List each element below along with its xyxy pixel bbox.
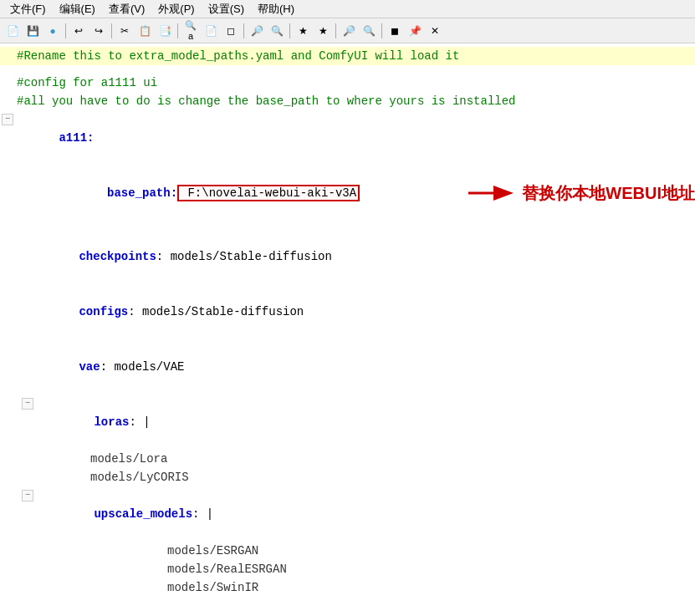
blank-2 <box>0 221 695 229</box>
toolbar-open[interactable]: ● <box>43 22 62 40</box>
toolbar-search[interactable]: 🔍a <box>181 22 200 40</box>
toolbar-sep6 <box>335 23 336 38</box>
toolbar-zoom2[interactable]: 🔍 <box>360 22 378 40</box>
swinir-content: models/SwinIR <box>167 578 695 597</box>
line-config: #config for a1111 ui <box>0 74 695 92</box>
toolbar-sep3 <box>177 23 178 38</box>
checkpoints-key: checkpoints <box>79 250 156 263</box>
toolbar: 📄 💾 ● ↩ ↪ ✂ 📋 📑 🔍a 📄 ◻ 🔎 🔍 ★ ★ 🔎 🔍 ◼ 📌 ✕ <box>0 18 695 43</box>
toolbar-undo[interactable]: ↩ <box>69 22 88 40</box>
line-1: #Rename this to extra_model_paths.yaml a… <box>0 47 695 65</box>
line-models-lora: models/Lora <box>0 450 695 468</box>
fold-a111[interactable]: − <box>2 114 13 125</box>
vae-key: vae <box>79 360 100 374</box>
line-configs-content: configs: models/Stable-diffusion <box>37 284 695 339</box>
line-loras: − loras: | <box>0 395 695 450</box>
base-path-key: base_path: <box>79 186 177 200</box>
toolbar-rect[interactable]: ◻ <box>222 22 240 40</box>
menu-help[interactable]: 帮助(H) <box>251 0 301 18</box>
menu-appearance[interactable]: 外观(P) <box>151 0 201 18</box>
line-upscale-content: upscale_models: | <box>37 486 695 542</box>
line-all: #all you have to do is change the base_p… <box>0 92 695 110</box>
line-a111: − a111: <box>0 110 695 165</box>
menu-bar: 文件(F) 编辑(E) 查看(V) 外观(P) 设置(S) 帮助(H) <box>0 0 695 18</box>
upscale-key: upscale_models <box>94 507 192 521</box>
line-embeddings-content: embeddings: embeddings <box>37 597 695 616</box>
line-1-content: #Rename this to extra_model_paths.yaml a… <box>17 47 695 65</box>
fold-loras[interactable]: − <box>22 398 33 410</box>
line-vae-content: vae: models/VAE <box>37 339 695 395</box>
toolbar-paste[interactable]: 📑 <box>156 22 174 40</box>
toolbar-pin[interactable]: 📌 <box>406 22 424 40</box>
toolbar-cut[interactable]: ✂ <box>115 22 134 40</box>
toolbar-sep7 <box>381 23 382 38</box>
loras-val: : | <box>129 415 150 429</box>
line-upscale: − upscale_models: | <box>0 486 695 542</box>
line-a111-content: a111: <box>17 110 695 165</box>
toolbar-sep5 <box>289 23 290 38</box>
checkpoints-colon: : models/Stable-diffusion <box>156 250 332 263</box>
line-checkpoints-content: checkpoints: models/Stable-diffusion <box>37 229 695 284</box>
toolbar-sep4 <box>243 23 244 38</box>
line-loras-content: loras: | <box>37 395 695 450</box>
models-lora-content: models/Lora <box>90 450 695 468</box>
a111-key: a111: <box>59 131 94 145</box>
line-configs: configs: models/Stable-diffusion <box>0 284 695 339</box>
menu-file[interactable]: 文件(F) <box>3 0 53 18</box>
toolbar-save[interactable]: 💾 <box>23 22 42 40</box>
annotation-text: 替换你本地WEBUI地址 <box>522 184 695 202</box>
line-models-lycoris: models/LyCORIS <box>0 468 695 486</box>
arrow-icon <box>465 181 515 205</box>
editor: #Rename this to extra_model_paths.yaml a… <box>0 43 695 616</box>
toolbar-star1[interactable]: ★ <box>294 22 312 40</box>
menu-view[interactable]: 查看(V) <box>102 0 151 18</box>
toolbar-star2[interactable]: ★ <box>314 22 332 40</box>
configs-key: configs <box>79 305 128 318</box>
toolbar-close[interactable]: ✕ <box>426 22 444 40</box>
toolbar-doc[interactable]: 📄 <box>202 22 220 40</box>
line-base-path-content: base_path: F:\novelai-webui-aki-v3A <box>37 165 448 221</box>
blank-1 <box>0 65 695 74</box>
toolbar-sep2 <box>111 23 112 38</box>
esrgan-content: models/ESRGAN <box>167 542 695 560</box>
models-lycoris-content: models/LyCORIS <box>90 468 695 486</box>
base-path-value[interactable]: F:\novelai-webui-aki-v3A <box>177 185 360 201</box>
toolbar-new[interactable]: 📄 <box>3 22 22 40</box>
upscale-val: : | <box>192 507 213 521</box>
toolbar-find[interactable]: 🔎 <box>248 22 266 40</box>
toolbar-redo[interactable]: ↪ <box>89 22 108 40</box>
line-real-esrgan: models/RealESRGAN <box>0 560 695 578</box>
configs-val: : models/Stable-diffusion <box>128 305 304 318</box>
toolbar-sep1 <box>65 23 66 38</box>
menu-edit[interactable]: 编辑(E) <box>53 0 102 18</box>
toolbar-zoom1[interactable]: 🔎 <box>340 22 358 40</box>
loras-key: loras <box>94 415 129 429</box>
menu-settings[interactable]: 设置(S) <box>202 0 251 18</box>
line-vae: vae: models/VAE <box>0 339 695 395</box>
line-checkpoints: checkpoints: models/Stable-diffusion <box>0 229 695 284</box>
line-esrgan: models/ESRGAN <box>0 542 695 560</box>
line-config-content: #config for a1111 ui <box>17 74 695 92</box>
line-base-path: base_path: F:\novelai-webui-aki-v3A 替换你本… <box>0 165 695 221</box>
real-esrgan-content: models/RealESRGAN <box>167 560 695 578</box>
arrow-annotation: 替换你本地WEBUI地址 <box>465 181 695 205</box>
fold-upscale[interactable]: − <box>22 490 33 501</box>
line-embeddings: embeddings: embeddings <box>0 597 695 616</box>
line-swinir: models/SwinIR <box>0 578 695 597</box>
toolbar-block[interactable]: ◼ <box>386 22 404 40</box>
line-all-content: #all you have to do is change the base_p… <box>17 92 695 110</box>
vae-val: : models/VAE <box>100 360 185 374</box>
toolbar-copy[interactable]: 📋 <box>135 22 154 40</box>
toolbar-find2[interactable]: 🔍 <box>268 22 286 40</box>
